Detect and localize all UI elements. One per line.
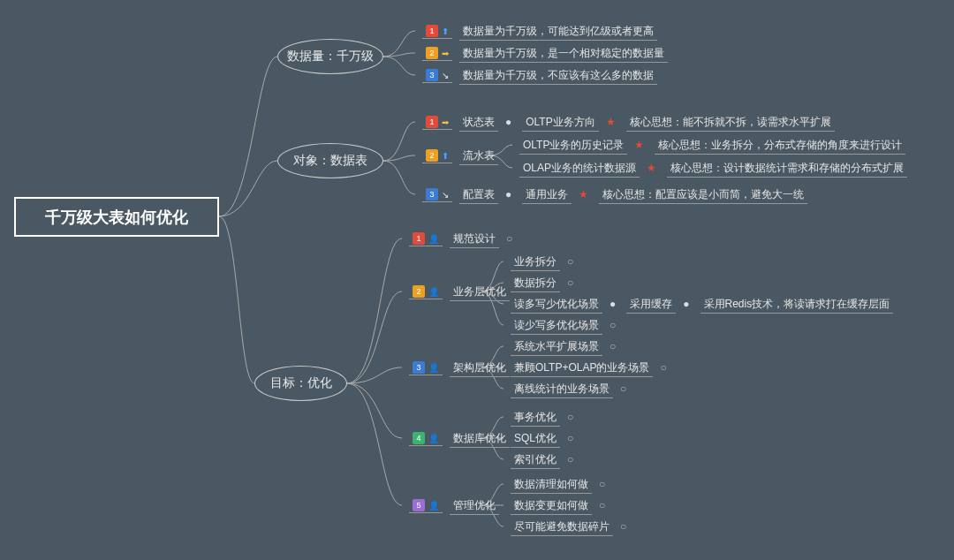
b3-n2[interactable]: 2👤 业务层优化 (402, 282, 510, 301)
b3-n2-c0[interactable]: 业务拆分○ (504, 252, 573, 271)
b1-row2[interactable]: 2➡ 数据量为千万级，是一个相对稳定的数据量 (415, 43, 668, 63)
b3-n5-c1[interactable]: 数据变更如何做○ (504, 496, 605, 515)
node-data-volume[interactable]: 数据量：千万级 (277, 39, 383, 74)
node-object[interactable]: 对象：数据表 (277, 143, 383, 178)
root-label: 千万级大表如何优化 (45, 207, 188, 228)
root-node[interactable]: 千万级大表如何优化 (14, 197, 219, 237)
b3-n1[interactable]: 1👤 规范设计○ (402, 229, 512, 248)
node-target[interactable]: 目标：优化 (254, 366, 347, 401)
b2-row2b[interactable]: OLAP业务的统计数据源 ★核心思想：设计数据统计需求和存储的分布式扩展 (512, 158, 907, 178)
b3-n3[interactable]: 3👤 架构层优化 (402, 358, 510, 377)
b1-row3[interactable]: 3↘ 数据量为千万级，不应该有这么多的数据 (415, 65, 657, 85)
b3-n3-c0[interactable]: 系统水平扩展场景○ (504, 337, 616, 356)
b2-row3[interactable]: 3↘ 配置表 ●通用业务 ★核心思想：配置应该是小而简，避免大一统 (415, 185, 807, 204)
b3-n3-c1[interactable]: 兼顾OLTP+OLAP的业务场景○ (504, 358, 667, 377)
b3-n5-c2[interactable]: 尽可能避免数据碎片○ (504, 517, 626, 536)
b2-row2a[interactable]: OLTP业务的历史记录 ★核心思想：业务拆分，分布式存储的角度来进行设计 (512, 135, 905, 155)
b3-n5[interactable]: 5👤 管理优化 (402, 496, 499, 515)
b1-row1[interactable]: 1⬆ 数据量为千万级，可能达到亿级或者更高 (415, 21, 657, 41)
b3-n4-c0[interactable]: 事务优化○ (504, 407, 573, 427)
b3-n2-c1[interactable]: 数据拆分○ (504, 273, 573, 292)
b3-n4[interactable]: 4👤 数据库优化 (402, 428, 510, 448)
b2-row2[interactable]: 2⬆ 流水表 (415, 146, 498, 165)
b3-n2-c2[interactable]: 读多写少优化场景 ●采用缓存 ●采用Redis技术，将读请求打在缓存层面 (504, 294, 893, 314)
b2-row1[interactable]: 1➡ 状态表 ●OLTP业务方向 ★核心思想：能不拆就不拆，读需求水平扩展 (415, 112, 835, 132)
b3-n4-c2[interactable]: 索引优化○ (504, 450, 573, 469)
b3-n2-c3[interactable]: 读少写多优化场景○ (504, 315, 616, 335)
b3-n3-c2[interactable]: 离线统计的业务场景○ (504, 379, 626, 398)
b3-n5-c0[interactable]: 数据清理如何做○ (504, 474, 605, 494)
b3-n4-c1[interactable]: SQL优化○ (504, 428, 573, 448)
